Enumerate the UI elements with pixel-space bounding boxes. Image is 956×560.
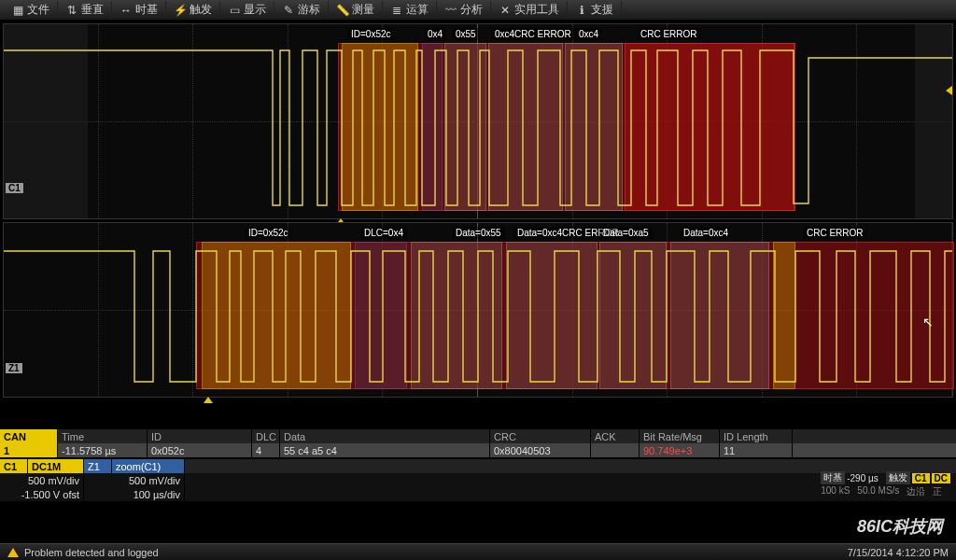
cursor-icon: ✎ — [282, 4, 295, 17]
zoom-label-dlc: DLC=0x4 — [360, 227, 407, 239]
menu-timebase[interactable]: ↔时基 — [112, 1, 166, 20]
chan-c1-scale: 500 mV/div — [0, 473, 84, 487]
col-time: Time — [58, 429, 148, 443]
support-icon: ℹ — [575, 4, 588, 17]
status-bar: Problem detected and logged 7/15/2014 4:… — [0, 543, 956, 560]
col-dlc: DLC — [252, 429, 280, 443]
col-idlen: ID Length — [720, 429, 793, 443]
decode-overlay-d2 — [488, 43, 563, 211]
val-bitrate: 90.749e+3 — [640, 443, 720, 457]
zoom-label-d1: Data=0x55 — [452, 227, 505, 239]
zoom-overlay-id — [202, 242, 351, 389]
decode-overlay-d1 — [444, 43, 486, 211]
decode-label-id: ID=0x52c — [347, 28, 395, 40]
trigger-label: 触发 — [886, 471, 910, 484]
waveform-zoom[interactable]: ID=0x52c DLC=0x4 Data=0x55 Data=0xc4CRC … — [3, 222, 953, 398]
zoom-overlay-d4 — [670, 242, 769, 389]
decode-data-row[interactable]: 1 -11.5758 µs 0x052c 4 55 c4 a5 c4 0x800… — [0, 443, 956, 457]
dark-region-right — [915, 24, 952, 218]
decode-overlay-crc — [625, 43, 794, 211]
val-ack — [591, 443, 640, 457]
math-icon: ≣ — [390, 4, 403, 17]
trigger-icon: ⚡ — [174, 4, 187, 17]
trig-src-badge: C1 — [912, 473, 930, 483]
timebase-delay: -290 µs — [847, 473, 879, 483]
waveform-main[interactable]: ID=0x52c 0x4 0x55 0xc4CRC ERROR 0xc4 CRC… — [3, 23, 953, 219]
channel-label-c1: C1 — [6, 183, 23, 193]
chan-z1-scale: 500 mV/div — [84, 473, 185, 487]
vertical-icon: ⇅ — [65, 4, 78, 17]
col-bitrate: Bit Rate/Msg — [640, 429, 720, 443]
col-data: Data — [280, 429, 490, 443]
decode-label-d2: 0xc4CRC ERROR — [491, 28, 575, 40]
timebase-label: 时基 — [821, 471, 845, 484]
chan-z1-name[interactable]: Z1 — [84, 459, 112, 473]
decode-overlay-d3 — [565, 43, 623, 211]
val-dlc: 4 — [252, 443, 280, 457]
decode-table-area: CAN Time ID DLC Data CRC ACK Bit Rate/Ms… — [0, 429, 956, 501]
chan-c1-offset: -1.500 V ofst — [0, 487, 84, 501]
zoom-overlay-d1 — [411, 242, 502, 389]
channel-label-z1: Z1 — [6, 363, 22, 373]
analyze-icon: 〰 — [444, 4, 457, 17]
decode-overlay-dlc — [422, 43, 443, 211]
val-time: -11.5758 µs — [58, 443, 148, 457]
zoom-label-crc: CRC ERROR — [803, 227, 867, 239]
row-index: 1 — [0, 443, 58, 457]
val-crc: 0x80040503 — [490, 443, 591, 457]
decode-label-dlc: 0x4 — [424, 28, 446, 40]
status-message: Problem detected and logged — [24, 547, 159, 558]
col-id: ID — [148, 429, 252, 443]
decode-label-crc: CRC ERROR — [637, 28, 701, 40]
warning-icon — [7, 548, 19, 557]
watermark-text: 86IC科技网 — [857, 515, 943, 538]
chan-c1-coupling[interactable]: DC1M — [28, 459, 84, 473]
menu-cursor[interactable]: ✎游标 — [274, 1, 329, 20]
chan-c1-name[interactable]: C1 — [0, 459, 28, 473]
info-status: 正 — [933, 485, 942, 498]
col-crc: CRC — [490, 429, 591, 443]
measure-icon: 📏 — [336, 4, 349, 17]
info-samples: 100 kS — [821, 485, 850, 498]
menu-analyze[interactable]: 〰分析 — [437, 1, 491, 20]
info-mode: 边沿 — [907, 485, 925, 498]
zoom-overlay-dlc — [355, 242, 407, 389]
menu-trigger[interactable]: ⚡触发 — [166, 1, 220, 20]
menu-file[interactable]: ▦文件 — [4, 1, 58, 20]
menu-utility[interactable]: ✕实用工具 — [491, 1, 568, 20]
decode-label-d1: 0x55 — [452, 28, 480, 40]
timebase-trigger-info[interactable]: 时基 -290 µs 触发 C1 DC 100 kS 50.0 MS/s 边沿 … — [821, 471, 950, 498]
val-data: 55 c4 a5 c4 — [280, 443, 490, 457]
display-icon: ▭ — [228, 4, 241, 17]
menu-display[interactable]: ▭显示 — [220, 1, 274, 20]
zoom-label-d3: Data=0xa5 — [599, 227, 653, 239]
decode-header-row: CAN Time ID DLC Data CRC ACK Bit Rate/Ms… — [0, 429, 956, 443]
menu-support[interactable]: ℹ支援 — [568, 1, 622, 20]
info-rate: 50.0 MS/s — [857, 485, 899, 498]
zoom-trigger-marker — [204, 397, 213, 403]
zoom-overlay-d3 — [599, 242, 667, 389]
util-icon: ✕ — [499, 4, 512, 17]
val-id: 0x052c — [148, 443, 252, 457]
menu-vertical[interactable]: ⇅垂直 — [58, 1, 112, 20]
val-idlen: 11 — [720, 443, 793, 457]
status-datetime: 7/15/2014 4:12:20 PM — [848, 547, 949, 558]
zoom-overlay-crc1 — [773, 242, 795, 389]
chan-z1-source[interactable]: zoom(C1) — [112, 459, 185, 473]
zoom-label-d4: Data=0xc4 — [680, 227, 732, 239]
zoom-overlay-d2 — [506, 242, 598, 389]
menu-math[interactable]: ≣运算 — [383, 1, 437, 20]
col-ack: ACK — [591, 429, 640, 443]
trig-coupling-badge: DC — [932, 473, 950, 483]
bus-label[interactable]: CAN — [0, 429, 58, 443]
timebase-icon: ↔ — [120, 4, 133, 17]
file-icon: ▦ — [11, 4, 24, 17]
main-toolbar: ▦文件 ⇅垂直 ↔时基 ⚡触发 ▭显示 ✎游标 📏测量 ≣运算 〰分析 ✕实用工… — [0, 0, 956, 21]
decode-label-d3: 0xc4 — [575, 28, 602, 40]
trigger-level-arrow — [946, 86, 952, 95]
menu-measure[interactable]: 📏测量 — [329, 1, 383, 20]
zoom-label-id: ID=0x52c — [245, 227, 292, 239]
chan-z1-time: 100 µs/div — [84, 487, 185, 501]
decode-overlay-id — [342, 43, 418, 211]
